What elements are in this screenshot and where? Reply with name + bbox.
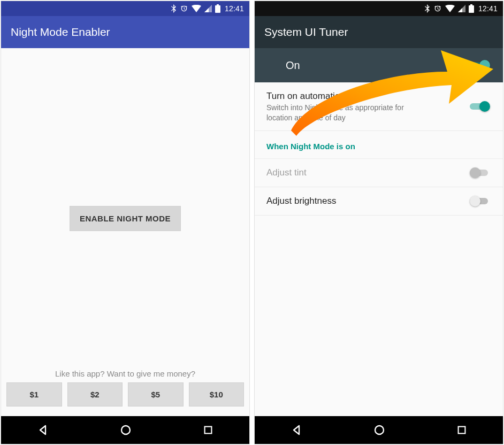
brightness-title: Adjust brightness bbox=[266, 196, 438, 206]
svg-point-0 bbox=[121, 426, 130, 434]
svg-point-2 bbox=[375, 426, 384, 434]
section-header: When Night Mode is on bbox=[255, 131, 503, 159]
master-toggle-row[interactable]: On bbox=[255, 48, 503, 82]
home-icon[interactable] bbox=[373, 424, 386, 436]
status-bar: 12:41 bbox=[255, 1, 503, 16]
back-icon[interactable] bbox=[36, 424, 49, 436]
recent-icon[interactable] bbox=[456, 424, 468, 436]
tint-switch bbox=[470, 166, 491, 179]
master-switch[interactable] bbox=[470, 59, 491, 72]
phone-right: 12:41 System UI Tuner On Turn on automat… bbox=[255, 1, 503, 444]
status-time: 12:41 bbox=[478, 4, 498, 13]
right-content: On Turn on automatically Switch into Nig… bbox=[255, 48, 503, 416]
bluetooth-icon bbox=[425, 4, 430, 13]
nav-bar bbox=[255, 416, 503, 444]
app-bar: Night Mode Enabler bbox=[1, 16, 249, 48]
donate-1-button[interactable]: $1 bbox=[6, 382, 62, 406]
back-icon[interactable] bbox=[290, 424, 303, 436]
battery-icon bbox=[215, 4, 220, 13]
alarm-icon bbox=[180, 4, 188, 13]
left-content: ENABLE NIGHT MODE Like this app? Want to… bbox=[1, 48, 249, 416]
app-bar: System UI Tuner bbox=[255, 16, 503, 48]
wifi-icon bbox=[445, 5, 455, 12]
donate-2-button[interactable]: $2 bbox=[67, 382, 123, 406]
donation-area: Like this app? Want to give me money? $1… bbox=[1, 362, 249, 416]
tint-row: Adjust tint bbox=[255, 159, 503, 187]
cell-signal-icon bbox=[458, 5, 465, 12]
battery-icon bbox=[469, 4, 474, 13]
brightness-switch[interactable] bbox=[470, 195, 491, 208]
cell-signal-icon bbox=[204, 5, 212, 12]
donate-5-button[interactable]: $5 bbox=[128, 382, 184, 406]
donate-10-button[interactable]: $10 bbox=[189, 382, 245, 406]
status-bar: 12:41 bbox=[1, 1, 249, 16]
bluetooth-icon bbox=[171, 4, 177, 13]
brightness-row[interactable]: Adjust brightness bbox=[255, 187, 503, 216]
svg-rect-1 bbox=[205, 427, 212, 434]
auto-switch[interactable] bbox=[470, 100, 491, 113]
app-title: Night Mode Enabler bbox=[11, 26, 110, 39]
auto-title: Turn on automatically bbox=[266, 91, 438, 102]
app-title: System UI Tuner bbox=[264, 26, 348, 39]
nav-bar bbox=[1, 416, 249, 444]
home-icon[interactable] bbox=[119, 424, 132, 436]
svg-rect-3 bbox=[459, 427, 465, 434]
donation-prompt-text: Like this app? Want to give me money? bbox=[1, 369, 249, 378]
recent-icon[interactable] bbox=[202, 424, 214, 436]
auto-subtitle: Switch into Night Mode as appropriate fo… bbox=[266, 103, 427, 123]
phone-left: 12:41 Night Mode Enabler ENABLE NIGHT MO… bbox=[1, 1, 249, 444]
auto-row[interactable]: Turn on automatically Switch into Night … bbox=[255, 82, 503, 131]
status-time: 12:41 bbox=[225, 4, 244, 13]
alarm-icon bbox=[433, 4, 442, 13]
tint-title: Adjust tint bbox=[266, 167, 438, 178]
master-toggle-label: On bbox=[286, 59, 300, 72]
enable-night-mode-button[interactable]: ENABLE NIGHT MODE bbox=[70, 206, 181, 231]
wifi-icon bbox=[192, 5, 201, 12]
